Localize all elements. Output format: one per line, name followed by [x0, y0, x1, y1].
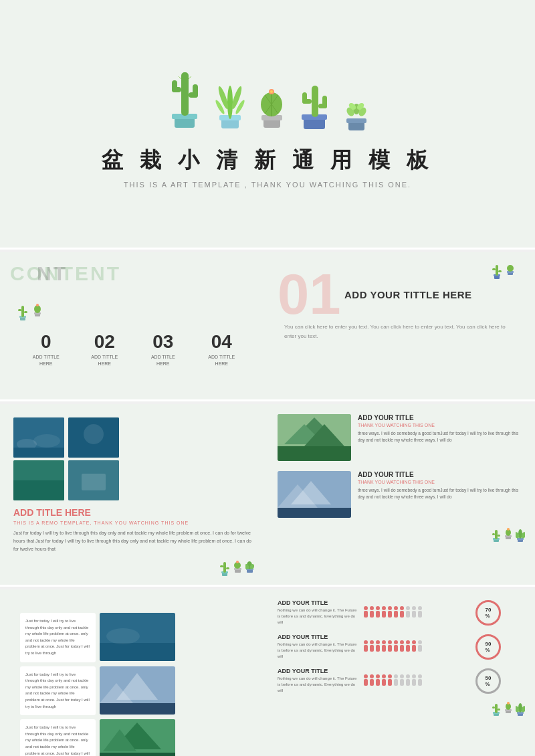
svg-point-165: [418, 640, 422, 644]
slide-3: ADD TITLE HERE THIS IS A REMO TEMPLATE, …: [0, 404, 535, 585]
svg-point-179: [400, 674, 404, 678]
r-cactus-3-icon: [516, 528, 525, 543]
stat-text-2: ADD YOUR TITLE Nothing we can do will ch…: [278, 634, 358, 660]
slide-4-left-panel: Just for today I will try to live throug…: [0, 589, 268, 756]
svg-rect-128: [364, 611, 368, 618]
photo-cell-2: [68, 417, 119, 458]
svg-point-141: [406, 606, 410, 610]
slide-2-right-panel: 01 ADD YOUR TITTLE HERE You can click he…: [268, 252, 535, 399]
stat-row-2: ADD YOUR TITLE Nothing we can do will ch…: [278, 634, 525, 660]
num-04-value: 04: [193, 331, 251, 353]
svg-point-163: [412, 640, 416, 644]
svg-point-23: [270, 90, 273, 93]
svg-rect-142: [406, 611, 410, 618]
svg-point-195: [507, 702, 510, 704]
svg-rect-152: [376, 645, 380, 652]
right-item-2: ADD YOUR TITLE THANK YOU WATCHING THIS O…: [278, 471, 525, 518]
svg-rect-26: [312, 86, 318, 117]
svg-rect-178: [394, 679, 398, 686]
svg-rect-41: [18, 309, 21, 311]
svg-rect-144: [412, 611, 416, 618]
stat-body-3: Nothing we can do will change it. The Fu…: [278, 676, 358, 694]
svg-rect-32: [346, 118, 366, 123]
num-02-value: 02: [76, 331, 134, 353]
svg-rect-189: [495, 704, 498, 713]
num-03-label: ADD TITLEHERE: [134, 354, 193, 367]
num-02-label: ADD TITTLEHERE: [76, 354, 134, 367]
num-item-03: 03 ADD TITLEHERE: [134, 331, 193, 367]
small-cactus-right-2-icon: [506, 262, 515, 276]
cactus-1-icon: [167, 59, 203, 132]
svg-rect-148: [364, 645, 368, 652]
num-item-02: 02 ADD TITTLEHERE: [76, 331, 134, 367]
slide2-right-title: ADD YOUR TITTLE HERE: [344, 289, 472, 300]
svg-rect-190: [492, 706, 495, 708]
svg-rect-40: [21, 306, 24, 317]
svg-point-149: [370, 640, 374, 644]
photo-bottom-1: [100, 613, 175, 661]
svg-rect-50: [492, 268, 496, 270]
svg-point-147: [364, 640, 368, 644]
svg-rect-64: [82, 474, 106, 490]
bottom-cactus-3-icon: [245, 560, 254, 573]
svg-point-175: [388, 674, 392, 678]
slide4-right-cactus: [278, 702, 525, 717]
svg-point-185: [418, 674, 422, 678]
svg-rect-108: [100, 703, 175, 715]
right-text-2: ADD YOUR TITLE THANK YOU WATCHING THIS O…: [358, 471, 525, 518]
text-card-1: Just for today I will try to live throug…: [20, 613, 96, 662]
num-item-0: 0 ADD TITTLEHERE: [17, 331, 76, 367]
slide-2-left-panel: CONTENT NT 0 ADD TITTLEHERE: [0, 252, 268, 399]
rt-body-1: three ways. I will do somebody a good tu…: [358, 430, 525, 444]
r-cactus-2-icon: [504, 528, 512, 540]
rt-sub-1: THANK YOU WATCHING THIS ONE: [358, 423, 525, 428]
text-card-3: Just for today I will try to live throug…: [20, 719, 96, 756]
svg-rect-30: [322, 96, 327, 108]
svg-point-129: [370, 606, 374, 610]
mini-cactus-2-icon: [33, 302, 42, 317]
slide-1: 盆 栽 小 清 新 通 用 模 板 THIS IS A ART TEMPLATE…: [0, 0, 535, 248]
add-title-section: ADD TITLE HERE THIS IS A REMO TEMPLATE, …: [13, 507, 254, 553]
svg-rect-6: [193, 84, 198, 98]
photo-bottom-2: [100, 666, 175, 715]
svg-rect-91: [492, 533, 495, 535]
svg-point-169: [370, 674, 374, 678]
svg-rect-62: [13, 480, 64, 500]
slide3-bottom-cactus: [13, 560, 254, 577]
svg-rect-180: [400, 679, 404, 686]
right-photo-1: [278, 414, 351, 461]
bottom-cactus-2-icon: [233, 560, 242, 573]
svg-rect-4: [172, 80, 177, 92]
svg-rect-90: [495, 530, 498, 539]
svg-rect-83: [278, 446, 351, 461]
svg-point-46: [36, 304, 39, 306]
stat-row-3: ADD YOUR TITLE Nothing we can do will ch…: [278, 668, 525, 694]
svg-rect-172: [376, 679, 380, 686]
stat-title-1: ADD YOUR TITLE: [278, 599, 358, 606]
cactus-illustration-row: [167, 59, 369, 132]
svg-point-155: [388, 640, 392, 644]
stat-circle-2: 90%: [475, 634, 501, 660]
svg-point-177: [394, 674, 398, 678]
svg-point-157: [394, 640, 398, 644]
slide-3-right-panel: ADD YOUR TITLE THANK YOU WATCHING THIS O…: [268, 404, 535, 585]
svg-rect-156: [388, 645, 392, 652]
small-cactus-right: [491, 262, 515, 280]
stat-circle-1: 70%: [475, 600, 501, 626]
photo-cell-4: [68, 460, 119, 500]
svg-point-133: [382, 606, 386, 610]
text-card-2: Just for today I will try to live throug…: [20, 666, 96, 716]
right-item-1: ADD YOUR TITLE THANK YOU WATCHING THIS O…: [278, 414, 525, 461]
stat-title-3: ADD YOUR TITLE: [278, 668, 358, 674]
big-number-01: 01: [278, 266, 341, 322]
svg-point-96: [507, 528, 510, 531]
stat-body-2: Nothing we can do will change it. The Fu…: [278, 642, 358, 660]
stat-text-1: ADD YOUR TITLE Nothing we can do will ch…: [278, 599, 358, 626]
svg-point-151: [376, 640, 380, 644]
svg-rect-174: [382, 679, 386, 686]
r-cactus-1-icon: [492, 528, 501, 543]
svg-rect-158: [394, 645, 398, 652]
svg-rect-162: [406, 645, 410, 652]
svg-rect-160: [400, 645, 404, 652]
rt-body-2: three ways. I will do somebody a good tu…: [358, 487, 525, 501]
